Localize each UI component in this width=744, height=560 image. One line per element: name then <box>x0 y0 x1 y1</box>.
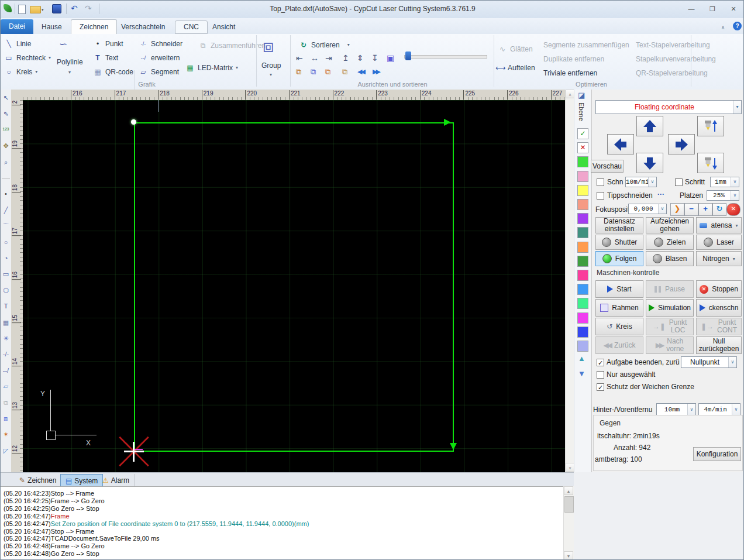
rechteck-button[interactable]: ▭Rechteck▾ <box>4 52 51 63</box>
datensatz-button[interactable]: Datensatz einstellen <box>595 217 643 233</box>
move-backward-icon[interactable]: ◀◀ <box>357 66 364 77</box>
jog-left-button[interactable] <box>607 134 634 154</box>
layer-color-swatch[interactable] <box>577 242 588 253</box>
close-button[interactable]: ✕ <box>726 4 741 13</box>
group-dropdown-icon[interactable]: ▾ <box>270 69 272 80</box>
group-add-icon[interactable]: ⧉ <box>311 66 316 77</box>
tab-hause[interactable]: Hause <box>33 20 70 34</box>
linie-button[interactable]: ╲Linie <box>4 38 31 49</box>
aufgabe-beenden-checkbox[interactable]: ✓ <box>597 359 604 366</box>
aufteilen-button[interactable]: ⟷Aufteilen <box>495 62 535 73</box>
star-tool-icon[interactable]: ✳ <box>1 332 11 344</box>
layer-move-down-icon[interactable]: ▼ <box>578 369 585 378</box>
kreis-button[interactable]: ○Kreis▾ <box>4 66 37 77</box>
group-tool-icon[interactable]: ⧈ <box>1 413 11 424</box>
pan-tool-icon[interactable]: ✥ <box>1 140 11 152</box>
jog-right-button[interactable] <box>668 134 695 154</box>
hinter-distance-select[interactable]: 10mm∨ <box>656 403 696 416</box>
punkt-button[interactable]: •Punkt <box>93 38 123 49</box>
segment-button[interactable]: ▱Segment <box>139 66 179 77</box>
blasen-button[interactable]: Blasen <box>646 251 694 266</box>
layer-color-swatch[interactable] <box>577 156 588 167</box>
rect-tool-icon[interactable]: ▭ <box>1 268 11 280</box>
nur-ausgewaehlt-checkbox[interactable] <box>597 371 604 379</box>
tab-ansicht[interactable]: Ansicht <box>204 20 243 34</box>
text-tool-icon[interactable]: T <box>1 300 11 312</box>
layer-color-swatch[interactable] <box>577 284 588 295</box>
layer-visible-swatch[interactable]: ✓ <box>577 128 588 139</box>
nullpunkt-select[interactable]: Nullpunkt∨ <box>681 356 737 368</box>
trockenschnitt-button[interactable]: ckenschn <box>696 299 742 317</box>
layer-move-up-icon[interactable]: ▲ <box>578 354 585 363</box>
layer-color-swatch[interactable] <box>577 171 588 182</box>
numbering-tool-icon[interactable]: ¹²³ <box>1 124 11 136</box>
zoom-tool-icon[interactable]: ⌕ <box>1 156 11 168</box>
fokus-go-button[interactable]: ❯ <box>670 203 684 216</box>
merge-tool-icon[interactable]: ⧉ <box>1 397 11 408</box>
cut-path-rectangle[interactable] <box>134 122 454 452</box>
layer-color-swatch[interactable] <box>577 270 588 281</box>
schneider-button[interactable]: -/-Schneider <box>139 38 182 49</box>
log-scroll-down-icon[interactable]: ▼ <box>564 551 573 560</box>
jog-up-button[interactable] <box>636 116 663 136</box>
segment-tool-icon[interactable]: ▱ <box>1 380 11 392</box>
group-explode-icon[interactable]: ⧉ <box>342 66 347 77</box>
nitrogen-dropdown[interactable]: Nitrogen▾ <box>696 251 742 266</box>
minimize-button[interactable]: — <box>684 4 699 13</box>
coordinate-selector[interactable]: Floating coordinate ▾ <box>595 100 742 114</box>
align-center-icon[interactable]: ↔ <box>311 52 319 63</box>
layer-color-swatch[interactable] <box>577 227 588 238</box>
layer-color-swatch[interactable] <box>577 341 588 352</box>
cut-tool-icon[interactable]: -/- <box>1 348 11 360</box>
jog-down-button[interactable] <box>636 153 663 173</box>
polygon-tool-icon[interactable]: ⬡ <box>1 284 11 296</box>
layer-color-swatch[interactable] <box>577 256 588 267</box>
qrcode-button[interactable]: ▦QR-code <box>93 66 133 77</box>
text-button[interactable]: TText <box>93 52 118 63</box>
node-select-tool-icon[interactable]: ⇖ <box>1 108 11 119</box>
scroll-up-icon[interactable]: ∧ <box>566 90 574 98</box>
scroll-down-icon[interactable]: ∨ <box>566 463 574 472</box>
select-tool-icon[interactable]: ↖ <box>1 92 11 104</box>
nozzle-up-button[interactable] <box>697 116 724 136</box>
fokus-select[interactable]: 0,000∨ <box>628 204 667 214</box>
schn-select[interactable]: 10m/min∨ <box>625 177 657 187</box>
layer-color-swatch[interactable] <box>577 213 588 224</box>
pie-tool-icon[interactable]: ◔ <box>1 252 11 264</box>
triviale-entfernen-button[interactable]: Triviale entfernen <box>543 67 597 78</box>
schritt-select[interactable]: 1mm∨ <box>710 177 739 187</box>
help-icon[interactable]: ? <box>733 22 742 30</box>
line-tool-icon[interactable]: ╱ <box>1 204 11 216</box>
polylinie-button[interactable]: Polylinie <box>57 56 83 67</box>
qr-tool-icon[interactable]: ▦ <box>1 317 11 328</box>
atensa-dropdown[interactable]: atensa▾ <box>696 217 742 233</box>
platzen-select[interactable]: 25%∨ <box>707 190 739 201</box>
konfiguration-button[interactable]: Konfiguration <box>693 447 741 461</box>
move-forward-icon[interactable]: ▶▶ <box>373 66 379 77</box>
align-bottom-icon[interactable]: ↧ <box>371 52 378 63</box>
start-button[interactable]: Start <box>595 280 643 298</box>
arc-tool-icon[interactable]: ⌒ <box>1 220 11 232</box>
tab-alarm-output[interactable]: ⚠Alarm <box>98 474 135 486</box>
schutz-grenze-checkbox[interactable]: ✓ <box>597 383 604 391</box>
tab-zeichnen-output[interactable]: ✎Zeichnen <box>15 474 61 486</box>
group-create-icon[interactable]: ⧉ <box>296 66 301 77</box>
polylinie-dropdown-icon[interactable]: ▾ <box>68 67 71 78</box>
laser-button[interactable]: Laser <box>696 235 742 250</box>
rahmen-button[interactable]: Rahmen <box>595 299 643 317</box>
layer-color-swatch[interactable] <box>577 327 588 338</box>
log-scrollbar[interactable]: ▲ ▼ <box>563 486 574 560</box>
sortieren-button[interactable]: ↻Sortieren▾ <box>299 39 350 50</box>
layer-color-swatch[interactable] <box>577 185 588 196</box>
wand-tool-icon[interactable]: ✶ <box>1 428 11 440</box>
tippschneiden-checkbox[interactable] <box>597 192 604 200</box>
shutter-button[interactable]: Shutter <box>595 235 643 250</box>
tab-datei[interactable]: Datei <box>1 19 33 34</box>
layer-disabled-swatch[interactable]: ✕ <box>577 142 588 153</box>
system-log[interactable]: (05.20 16:42:23)Stop --> Frame(05.20 16:… <box>1 486 574 560</box>
nozzle-down-button[interactable] <box>697 153 724 173</box>
stoppen-button[interactable]: ✕Stoppen <box>696 280 742 298</box>
schritt-checkbox[interactable] <box>675 178 683 186</box>
tab-system-output[interactable]: ▤System <box>60 474 103 487</box>
layer-color-swatch[interactable] <box>577 298 588 309</box>
